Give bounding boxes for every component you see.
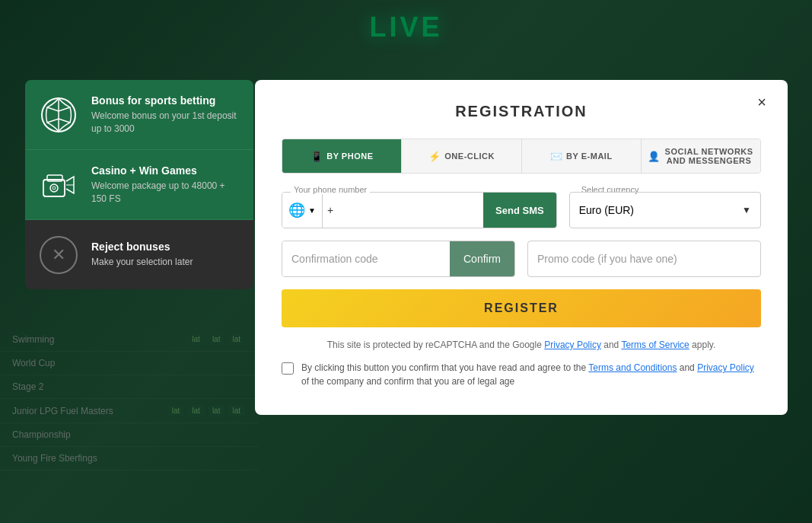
confirmation-input[interactable] [282, 241, 450, 276]
terms-checkbox[interactable] [282, 362, 294, 375]
recaptcha-text-before: This site is protected by reCAPTCHA and … [327, 340, 542, 350]
currency-group: Select currency Euro (EUR) USD (USD) GBP… [569, 192, 761, 228]
social-tab-icon: 👤 [648, 151, 661, 162]
tab-email[interactable]: ✉️ BY E-MAIL [522, 139, 642, 173]
reject-bonus-text: Reject bonuses Make your selection later [91, 241, 193, 269]
confirmation-promo-row: Confirm [282, 241, 761, 277]
phone-flag-selector[interactable]: 🌐 ▼ [282, 193, 323, 228]
recaptcha-and: and [603, 340, 619, 350]
terms-row: By clicking this button you confirm that… [282, 361, 761, 388]
reject-bonus-item[interactable]: ✕ Reject bonuses Make your selection lat… [25, 220, 253, 289]
phone-tab-icon: 📱 [310, 151, 323, 162]
email-tab-icon: ✉️ [550, 151, 563, 162]
tab-oneclick[interactable]: ⚡ ONE-CLICK [402, 139, 521, 173]
phone-plus: + [323, 193, 338, 228]
terms-text-after: of the company and confirm that you are … [301, 376, 514, 387]
registration-modal: REGISTRATION × 📱 BY PHONE ⚡ ONE-CLICK ✉️… [255, 80, 788, 415]
casino-bonus-item[interactable]: Casino + Win Games Welcome package up to… [25, 150, 253, 220]
svg-point-4 [50, 184, 58, 192]
terms-of-service-link[interactable]: Terms of Service [621, 340, 689, 350]
promo-group [527, 241, 761, 277]
terms-privacy-link[interactable]: Privacy Policy [697, 362, 754, 373]
tab-email-label: BY E-MAIL [566, 151, 613, 161]
registration-tabs: 📱 BY PHONE ⚡ ONE-CLICK ✉️ BY E-MAIL 👤 SO… [282, 139, 761, 174]
confirmation-wrapper: Confirm [282, 241, 515, 277]
register-button[interactable]: REGISTER [282, 289, 761, 327]
confirmation-group: Confirm [282, 241, 515, 277]
terms-text-before: By clicking this button you confirm that… [301, 362, 586, 373]
reject-circle: ✕ [40, 236, 78, 274]
casino-bonus-title: Casino + Win Games [91, 164, 241, 177]
casino-bonus-text: Casino + Win Games Welcome package up to… [91, 164, 241, 206]
sports-bonus-title: Bonus for sports betting [91, 94, 241, 107]
tab-phone-label: BY PHONE [326, 151, 373, 161]
reject-title: Reject bonuses [91, 241, 193, 253]
tab-social[interactable]: 👤 SOCIAL NETWORKS AND MESSENGERS [642, 139, 760, 173]
casino-bonus-icon [37, 164, 79, 206]
terms-and: and [680, 362, 695, 373]
reject-desc: Make your selection later [91, 256, 193, 269]
phone-group: Your phone number 🌐 ▼ + Send SMS [282, 192, 557, 228]
oneclick-tab-icon: ⚡ [428, 151, 441, 162]
sports-bonus-icon [37, 94, 79, 136]
privacy-policy-link[interactable]: Privacy Policy [544, 340, 601, 350]
reject-bonus-icon: ✕ [37, 234, 79, 276]
modal-header: REGISTRATION × [282, 103, 761, 120]
flag-icon: 🌐 [288, 202, 305, 218]
promo-input[interactable] [527, 241, 761, 277]
sports-bonus-text: Bonus for sports betting Welcome bonus o… [91, 94, 241, 136]
tab-social-label: SOCIAL NETWORKS AND MESSENGERS [664, 147, 754, 165]
currency-select[interactable]: Euro (EUR) USD (USD) GBP (GBP) [570, 193, 760, 228]
phone-currency-row: Your phone number 🌐 ▼ + Send SMS Select … [282, 192, 761, 228]
recaptcha-notice: This site is protected by reCAPTCHA and … [282, 340, 761, 350]
flag-chevron-icon: ▼ [308, 206, 316, 215]
sports-bonus-item[interactable]: Bonus for sports betting Welcome bonus o… [25, 80, 253, 150]
tab-oneclick-label: ONE-CLICK [444, 151, 495, 161]
recaptcha-apply: apply. [692, 340, 715, 350]
svg-point-5 [53, 187, 56, 190]
phone-input-wrapper: 🌐 ▼ + Send SMS [282, 192, 557, 228]
send-sms-button[interactable]: Send SMS [483, 193, 556, 228]
tab-phone[interactable]: 📱 BY PHONE [282, 139, 402, 173]
bonus-panel: Bonus for sports betting Welcome bonus o… [25, 80, 253, 289]
phone-label: Your phone number [291, 185, 370, 194]
svg-rect-2 [43, 180, 65, 196]
modal-title: REGISTRATION [455, 103, 588, 120]
currency-select-wrapper: Euro (EUR) USD (USD) GBP (GBP) ▼ [569, 192, 761, 228]
terms-text: By clicking this button you confirm that… [301, 361, 761, 388]
terms-conditions-link[interactable]: Terms and Conditions [588, 362, 677, 373]
close-button[interactable]: × [751, 91, 772, 113]
confirm-button[interactable]: Confirm [450, 241, 514, 276]
casino-bonus-desc: Welcome package up to 48000 + 150 FS [91, 180, 241, 206]
sports-bonus-desc: Welcome bonus on your 1st deposit up to … [91, 110, 241, 136]
phone-number-input[interactable] [338, 193, 483, 228]
